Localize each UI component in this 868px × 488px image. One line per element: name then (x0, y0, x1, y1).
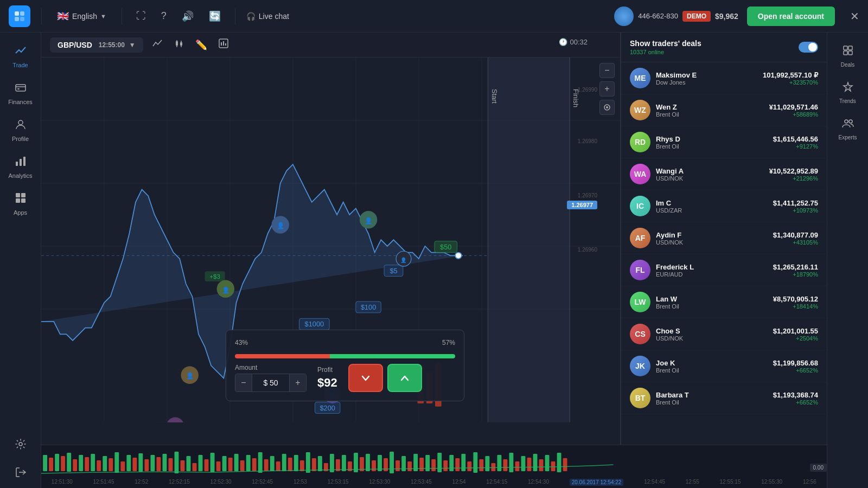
help-icon[interactable]: ? (158, 7, 170, 25)
user-id: 446-662-830 (638, 12, 678, 20)
svg-rect-81 (61, 456, 65, 471)
list-item[interactable]: AF Aydin F USD/NOK $1,340,877.09 +43105% (621, 222, 827, 254)
svg-rect-92 (126, 455, 131, 471)
live-chat-button[interactable]: 🎧 Live chat (246, 12, 289, 21)
list-item[interactable]: IC Im C USD/ZAR $1,411,252.75 +10973% (621, 190, 827, 222)
online-count: 10337 online (630, 49, 701, 55)
svg-rect-111 (240, 460, 245, 471)
trader-info: Barbara T Brent Oil (656, 391, 768, 406)
sidebar-item-finances[interactable]: Finances (0, 75, 41, 112)
svg-rect-164 (557, 453, 561, 472)
asset-time: 12:55:00 (99, 41, 125, 49)
svg-rect-78 (43, 455, 47, 471)
sell-bar (235, 354, 330, 358)
sidebar-item-settings[interactable] (0, 432, 41, 460)
list-item[interactable]: BT Barbara T Brent Oil $1,193,368.74 +66… (621, 382, 827, 414)
sidebar-item-trends[interactable]: Trends (827, 74, 868, 111)
trade-icon (15, 44, 27, 60)
fullscreen-icon[interactable]: ⛶ (133, 7, 149, 25)
list-item[interactable]: LW Lan W Brent Oil ¥8,570,905.12 +18414% (621, 286, 827, 318)
svg-point-7 (18, 120, 23, 125)
buy-up-button[interactable] (387, 364, 422, 392)
list-item[interactable]: CS Choe S USD/NOK $1,201,001.55 +2504% (621, 318, 827, 350)
trader-avatar: FL (630, 260, 650, 280)
svg-text:Start: Start (490, 89, 499, 104)
traders-toggle[interactable] (799, 42, 818, 53)
zoom-out-button[interactable]: − (599, 63, 615, 78)
svg-rect-87 (97, 460, 101, 471)
trader-profit: ¥10,522,952.89 +21296% (769, 167, 818, 182)
logo-icon[interactable] (9, 5, 30, 27)
list-item[interactable]: JK Joe K Brent Oil $1,199,856.68 +6652% (621, 350, 827, 382)
language-selector[interactable]: 🇬🇧 English ▼ (53, 8, 111, 24)
price-label-2: 1.26980 (578, 138, 597, 144)
svg-marker-170 (844, 82, 852, 91)
svg-rect-120 (294, 455, 298, 471)
indicator-icon[interactable] (216, 36, 231, 54)
svg-rect-89 (108, 458, 113, 471)
zoom-reset-button[interactable] (599, 100, 615, 115)
profit-value: $92 (317, 376, 337, 390)
list-item[interactable]: WA Wangi A USD/NOK ¥10,522,952.89 +21296… (621, 158, 827, 190)
line-chart-icon[interactable] (150, 36, 165, 54)
list-item[interactable]: RD Rhys D Brent Oil $1,615,446.56 +9127% (621, 126, 827, 158)
svg-point-67 (167, 417, 184, 422)
sidebar-item-experts[interactable]: Experts (827, 111, 868, 147)
svg-rect-96 (150, 455, 155, 471)
list-item[interactable]: WZ Wen Z Brent Oil ¥11,029,571.46 +58689… (621, 94, 827, 126)
svg-rect-132 (366, 454, 370, 471)
sidebar-item-analytics[interactable]: Analytics (0, 149, 41, 185)
flag-icon: 🇬🇧 (57, 10, 69, 22)
svg-rect-157 (515, 461, 520, 471)
sound-icon[interactable]: 🔊 (178, 7, 197, 25)
sidebar-item-apps[interactable]: Apps (0, 185, 41, 222)
topbar: 🇬🇧 English ▼ ⛶ ? 🔊 🔄 🎧 Live chat 446-662… (0, 0, 868, 33)
user-avatar (614, 7, 634, 26)
svg-rect-17 (176, 41, 178, 46)
svg-text:$5: $5 (390, 267, 397, 275)
trader-profit: $1,265,216.11 +18790% (773, 263, 818, 278)
trader-avatar: WA (630, 164, 650, 184)
svg-rect-156 (509, 453, 514, 472)
list-item[interactable]: ME Maksimov E Dow Jones 101,992,557.10 ₽… (621, 62, 827, 94)
svg-text:👤: 👤 (277, 222, 285, 229)
open-real-account-button[interactable]: Open real account (747, 7, 835, 26)
svg-rect-103 (193, 463, 197, 471)
sidebar-item-logout[interactable] (0, 460, 41, 488)
asset-selector[interactable]: GBP/USD 12:55:00 ▼ (50, 37, 143, 53)
refresh-icon[interactable]: 🔄 (206, 7, 224, 25)
traders-header: Show traders' deals 10337 online (621, 33, 827, 62)
sidebar-item-trade[interactable]: Trade (0, 38, 41, 75)
current-price-badge: 1.26977 (567, 201, 597, 209)
price-label-3: 1.26970 (578, 192, 597, 198)
svg-rect-146 (449, 455, 454, 471)
amount-decrease-button[interactable]: − (235, 374, 252, 391)
amount-increase-button[interactable]: + (290, 374, 306, 391)
svg-rect-118 (282, 454, 286, 471)
amount-section: Amount − $ 50 + (235, 364, 307, 392)
svg-rect-148 (461, 454, 465, 471)
experts-icon (842, 117, 854, 132)
svg-point-77 (606, 106, 608, 108)
trader-avatar: IC (630, 196, 650, 216)
list-item[interactable]: FL Frederick L EUR/AUD $1,265,216.11 +18… (621, 254, 827, 286)
svg-rect-11 (16, 193, 20, 197)
zoom-controls: − + (599, 63, 615, 115)
close-icon[interactable]: ✕ (850, 10, 859, 23)
svg-rect-82 (67, 453, 71, 472)
sell-down-button[interactable] (348, 364, 383, 392)
price-label-4: 1.26960 (578, 247, 597, 253)
headset-icon: 🎧 (246, 12, 256, 21)
svg-rect-143 (431, 459, 436, 471)
sidebar-item-deals[interactable]: Deals (827, 38, 868, 74)
svg-text:👤: 👤 (222, 286, 230, 294)
zoom-in-button[interactable]: + (599, 81, 615, 97)
traders-title: Show traders' deals (630, 39, 701, 48)
profit-label: Profit (317, 366, 337, 374)
pencil-icon[interactable]: ✏️ (193, 37, 209, 53)
candle-chart-icon[interactable] (171, 36, 187, 54)
sidebar-item-profile[interactable]: Profile (0, 112, 41, 149)
asset-name: GBP/USD (58, 41, 92, 49)
mini-chart (41, 450, 827, 476)
order-inputs: Amount − $ 50 + Profit $92 (235, 364, 455, 392)
